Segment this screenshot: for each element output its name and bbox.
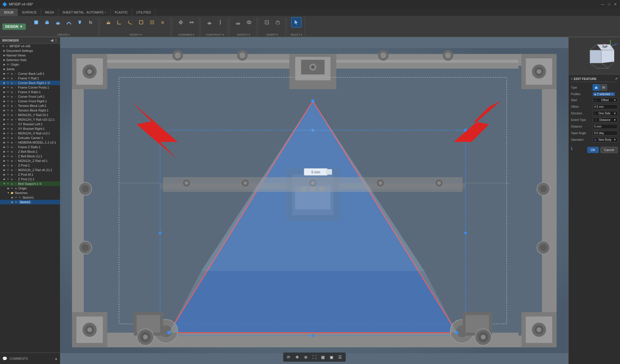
direction-select[interactable]: ↕ One Side ▼ — [593, 111, 618, 116]
interference-button[interactable] — [244, 17, 254, 28]
close-button[interactable]: ✕ — [613, 2, 618, 7]
expand-mzr2[interactable]: ▶ — [2, 168, 6, 172]
expand-origin[interactable]: ▶ — [2, 62, 6, 66]
operation-select[interactable]: ⊞ New Body ▼ — [593, 137, 618, 142]
tree-item-sketch1[interactable]: ▶ 👁 ✎ Sketch1 — [0, 195, 60, 200]
tree-item-mgn12h-y-rail-10[interactable]: ▶ 👁 ◉ ↗ MGN12H_Y Rail:10:1 — [0, 113, 60, 117]
start-select[interactable]: ⊸ Offset ▼ — [593, 98, 618, 103]
sweep-button[interactable] — [64, 17, 74, 28]
expand-tbl[interactable]: ▶ — [2, 104, 6, 108]
tab-solid[interactable]: SOLID — [0, 9, 18, 16]
comments-expand-icon[interactable]: ▲ — [55, 357, 58, 360]
expand-myr101[interactable]: ▶ — [2, 118, 6, 122]
type-thin-button[interactable] — [600, 84, 607, 91]
expand-selection-sets[interactable]: ▶ — [2, 58, 6, 62]
expand-sk1[interactable]: ▶ — [10, 195, 14, 199]
tree-item-sketches[interactable]: ▼ 📁 Sketches — [0, 191, 60, 195]
tree-item-mgn12h-y-rail-10-1[interactable]: ▶ 👁 ◉ ↗ MGN12H_Y Rail v10 (1):1 — [0, 117, 60, 122]
expand-cfr[interactable]: ▶ — [2, 99, 6, 103]
taper-angle-input[interactable]: 0.0 deg — [593, 131, 618, 136]
tree-item-z-belt-block[interactable]: ▶ 👁 ◉ ▪ Z Belt Block:1 — [0, 149, 60, 154]
tree-item-corner-back-left[interactable]: ▶ 👁 ◉ ▪ Corner Back Left:1 — [0, 71, 60, 76]
expand-xbl[interactable]: ▶ — [2, 122, 6, 126]
type-extrude-button[interactable] — [593, 84, 600, 91]
expand-bs[interactable]: ▼ — [2, 182, 6, 186]
expand-cfl[interactable]: ▶ — [2, 95, 6, 99]
loft-button[interactable] — [75, 17, 85, 28]
tree-item-corner-back-right[interactable]: ▶ 👁 ◉ ▪ Corner Back Right:1 ⚙ — [0, 81, 60, 85]
minimize-button[interactable]: — — [600, 2, 605, 7]
browser-collapse-icon[interactable]: ◀ — [50, 38, 53, 42]
tree-item-bed-support[interactable]: ▼ 👁 ◉ ▪ Bed Support:1 ⚙ — [0, 181, 60, 186]
tab-mesh[interactable]: MESH — [41, 9, 59, 16]
axis-button[interactable] — [215, 17, 226, 28]
tree-item-frame-y-rail[interactable]: ▶ 👁 ◉ ▪ Frame Y Rail:1 — [0, 76, 60, 81]
maximize-button[interactable]: □ — [607, 2, 611, 7]
tree-item-z-post-m[interactable]: ▶ 👁 ◉ ▪ Z Post M:1 — [0, 172, 60, 177]
tree-item-xy-bracket-left[interactable]: ▶ 👁 ◉ ▪ XY Bracket Left:1 — [0, 122, 60, 126]
browser-menu-icon[interactable]: ⋮ — [54, 38, 58, 42]
expand-zpm[interactable]: ▶ — [2, 173, 6, 177]
tree-item-mgn12h-z-rail-2[interactable]: ▶ 👁 ◉ ↗ MGN12h_Z Rail v6 (1):1 — [0, 168, 60, 172]
tab-sheet-metal[interactable]: SHEET METAL AUTOMATE ~ — [59, 9, 111, 16]
tree-item-corner-front-left[interactable]: ▶ 👁 ◉ ▪ Corner Front Left:1 — [0, 94, 60, 99]
joint-button[interactable] — [176, 17, 186, 28]
expand-cbl[interactable]: ▶ — [2, 72, 6, 76]
expand-ec[interactable]: ▶ — [2, 136, 6, 140]
decal-button[interactable] — [273, 17, 283, 28]
tab-utilities[interactable]: UTILITIES — [132, 9, 155, 16]
info-icon[interactable]: ℹ — [571, 146, 572, 151]
tree-item-selection-sets[interactable]: ▶ Selection Sets — [0, 58, 60, 62]
tree-item-xy-bracket-right[interactable]: ▶ 👁 ◉ ▪ XY Bracket Right:1 — [0, 126, 60, 131]
expand-fxr[interactable]: ▶ — [2, 90, 6, 94]
expand-hemera[interactable]: ▶ — [2, 140, 6, 144]
move-button[interactable]: ⊕ — [158, 17, 168, 28]
formula-button[interactable]: fx — [85, 17, 96, 28]
cancel-button[interactable]: Cancel — [600, 147, 618, 153]
plane-button[interactable] — [204, 17, 215, 28]
expand-fyr[interactable]: ▶ — [2, 76, 6, 80]
tree-item-tension-block-right[interactable]: ▶ 👁 ◉ ▪ Tension Block Right:1 — [0, 108, 60, 113]
expand-cbr[interactable]: ▶ — [2, 81, 6, 85]
tree-item-bed-origin[interactable]: ▶ 👁 ◉ Origin — [0, 186, 60, 191]
tab-plastic[interactable]: PLASTIC — [111, 9, 132, 16]
press-pull-button[interactable] — [103, 17, 114, 28]
tree-item-hemera[interactable]: ▶ 👁 ◉ ↗ HEMERA-MODEL-1.2 v2:1 — [0, 140, 60, 145]
tree-item-tension-block-left[interactable]: ▶ 👁 ◉ ▪ Tension Block Left:1 — [0, 103, 60, 108]
measure-button[interactable] — [233, 17, 243, 28]
view-button[interactable]: ▦ — [319, 353, 327, 361]
tree-item-origin[interactable]: ▶ 👁 Origin — [0, 62, 60, 67]
expand-tbr[interactable]: ▶ — [2, 108, 6, 112]
expand-zbb1[interactable]: ▶ — [2, 154, 6, 158]
ef-expand-icon[interactable]: ⤢ — [615, 77, 618, 81]
expand-bo[interactable]: ▶ — [6, 186, 10, 190]
orbit-button[interactable]: ⟳ — [285, 353, 292, 361]
expand-zbb[interactable]: ▶ — [2, 150, 6, 154]
zoom-button[interactable]: ⊕ — [302, 353, 310, 361]
expand-sk2[interactable]: ▶ — [10, 200, 14, 204]
insert-derive-button[interactable] — [262, 17, 272, 28]
ok-button[interactable]: OK — [587, 147, 599, 153]
expand-sketches[interactable]: ▼ — [6, 191, 10, 195]
tree-item-corner-front-right[interactable]: ▶ 👁 ◉ ▪ Corner Front Right:1 — [0, 99, 60, 103]
scale-button[interactable] — [147, 17, 157, 28]
expand-fcp[interactable]: ▶ — [2, 85, 6, 89]
tree-item-extruder-carrier[interactable]: ▶ 👁 ◉ ▪ Extruder Carrier:1 — [0, 136, 60, 140]
expand-joints[interactable]: ▶ — [2, 67, 6, 71]
expand-myr10[interactable]: ▶ — [2, 113, 6, 117]
expand-fzr[interactable]: ▶ — [2, 145, 6, 149]
tree-item-root[interactable]: ▼ ● MP3DP v4 v56 — [0, 44, 60, 48]
tree-item-sketch2[interactable]: ▶ 👁 Sketch2 — [0, 200, 60, 204]
tab-surface[interactable]: SURFACE — [18, 9, 41, 16]
design-dropdown[interactable]: DESIGN ▼ — [2, 24, 26, 30]
tree-item-frame-z-rails[interactable]: ▶ 👁 ◉ ▪ Frame Z Rails:1 — [0, 145, 60, 149]
expand-mzr[interactable]: ▶ — [2, 159, 6, 163]
tree-item-named-views[interactable]: ▶ Named Views — [0, 53, 60, 58]
distance-input[interactable]: 5 mm — [593, 124, 618, 129]
tree-item-z-belt-block-1[interactable]: ▶ 👁 ◉ ▪ Z Belt Block (1):1 — [0, 154, 60, 158]
tree-item-doc-settings[interactable]: ▶ Document Settings — [0, 48, 60, 53]
display-button[interactable]: ▣ — [328, 353, 335, 361]
zoom-extent-button[interactable]: ⛶ — [311, 353, 318, 361]
tree-item-frame-x-rails[interactable]: ▶ 👁 ◉ ▪ Frame X Rails:1 — [0, 90, 60, 94]
tree-item-mgn12h-z-rail[interactable]: ▶ 👁 ◉ ↗ MGN12h_Z Rail v6:1 — [0, 158, 60, 163]
